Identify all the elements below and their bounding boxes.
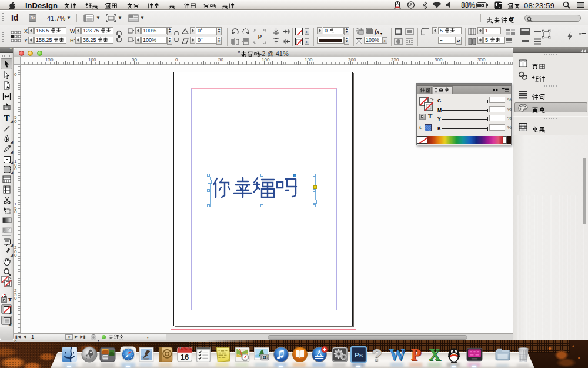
svg-text:P: P: [258, 32, 262, 41]
svg-text:Ps: Ps: [355, 351, 363, 359]
svg-text:P: P: [411, 346, 420, 363]
svg-text:X: X: [429, 346, 440, 363]
svg-text:16: 16: [181, 352, 189, 361]
svg-text:W: W: [389, 346, 405, 363]
